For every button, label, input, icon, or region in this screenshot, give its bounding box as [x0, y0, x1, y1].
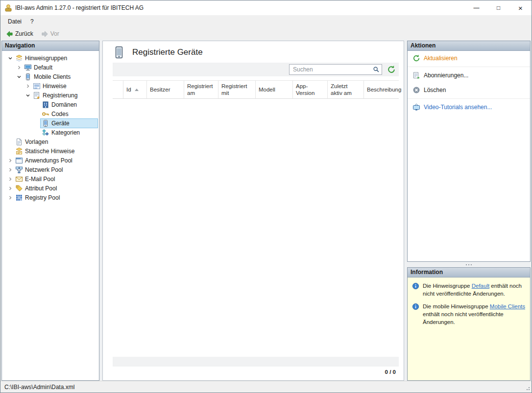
chevron-down-icon[interactable] — [24, 92, 31, 99]
actions-header: Aktionen — [408, 41, 530, 51]
tree-item-geraete[interactable]: Geräte — [2, 118, 99, 128]
title-bar: IBI-aws Admin 1.27.0 - registriert für I… — [0, 0, 532, 15]
refresh-button[interactable] — [387, 65, 396, 74]
information-header: Information — [408, 268, 530, 277]
link-mobile-clients[interactable]: Mobile Clients — [490, 303, 525, 309]
tree-item-hinweisgruppen[interactable]: Hinweisgruppen — [2, 53, 99, 63]
column-beschreibung[interactable]: Beschreibung — [364, 81, 404, 98]
action-abonnierungen[interactable]: Abonnierungen... — [408, 68, 530, 83]
resize-grip-icon[interactable] — [522, 381, 532, 393]
back-label: Zurück — [15, 30, 33, 37]
info-note-default: Die Hinweisgruppe Default enthält noch n… — [412, 282, 526, 298]
tree-item-email-pool[interactable]: E-Mail Pool — [2, 174, 99, 184]
tree-item-domaenen[interactable]: Domänen — [2, 100, 99, 109]
splitter-grip[interactable] — [407, 262, 531, 267]
hints-icon — [33, 82, 41, 90]
tree-item-vorlagen[interactable]: Vorlagen — [2, 137, 99, 146]
action-aktualisieren[interactable]: Aktualisieren — [408, 51, 530, 66]
refresh-icon — [412, 54, 420, 62]
refresh-icon — [387, 65, 396, 74]
chevron-down-icon[interactable] — [7, 55, 14, 62]
categories-icon — [42, 129, 49, 137]
tv-icon — [412, 103, 420, 111]
actions-panel: Aktionen Aktualisieren Abonnierungen... … — [407, 41, 531, 262]
action-loeschen[interactable]: Löschen — [408, 83, 530, 97]
nav-toolbar: Zurück Vor — [0, 28, 532, 40]
status-path: C:\IBI-aws\Admin\Data.xml — [4, 384, 74, 391]
column-selector[interactable] — [113, 81, 123, 98]
navigation-header: Navigation — [2, 41, 99, 51]
back-button[interactable]: Zurück — [2, 29, 37, 39]
navigation-tree: Hinweisgruppen Default Mobile Clients Hi… — [2, 51, 99, 202]
record-count: 0 / 0 — [385, 369, 396, 375]
chevron-right-icon[interactable] — [7, 185, 14, 192]
tree-item-attribut-pool[interactable]: Attribut Pool — [2, 184, 99, 193]
templates-icon — [15, 138, 23, 146]
minimize-button[interactable]: — — [465, 0, 487, 15]
information-panel: Information Die Hinweisgruppe Default en… — [407, 267, 531, 381]
page-title: Registrierte Geräte — [132, 47, 203, 57]
back-arrow-icon — [6, 30, 13, 38]
search-icon[interactable] — [373, 66, 380, 73]
registration-icon — [33, 92, 41, 99]
info-icon — [412, 282, 419, 290]
tree-item-default[interactable]: Default — [2, 63, 99, 72]
tree-item-kategorien[interactable]: Kategorien — [2, 128, 99, 137]
menu-bar: Datei ? — [0, 15, 532, 28]
chevron-right-icon[interactable] — [7, 157, 14, 164]
table-header: Id Besitzer Registriert am Registriert m… — [113, 80, 399, 99]
search-input[interactable] — [289, 64, 382, 75]
tree-item-mobile-clients[interactable]: Mobile Clients — [2, 72, 99, 81]
info-icon — [412, 303, 419, 310]
applications-icon — [15, 157, 23, 164]
status-bar: C:\IBI-aws\Admin\Data.xml — [0, 381, 532, 393]
column-modell[interactable]: Modell — [256, 81, 293, 98]
app-icon — [4, 4, 12, 12]
chevron-right-icon[interactable] — [7, 166, 14, 173]
chevron-right-icon[interactable] — [24, 83, 31, 90]
action-video-tutorials[interactable]: Video-Tutorials ansehen... — [408, 100, 530, 115]
column-app-version[interactable]: App-Version — [293, 81, 328, 98]
column-registriert-am[interactable]: Registriert am — [184, 81, 218, 98]
chevron-right-icon[interactable] — [7, 194, 14, 201]
key-icon — [42, 110, 49, 118]
tree-item-registry-pool[interactable]: Registry Pool — [2, 193, 99, 202]
tree-item-netzwerk-pool[interactable]: Netzwerk Pool — [2, 165, 99, 174]
email-icon — [15, 175, 23, 183]
registry-grid-icon — [15, 194, 23, 202]
tree-item-codes[interactable]: Codes — [2, 109, 99, 118]
separator — [408, 67, 530, 67]
attribute-tag-icon — [15, 185, 23, 192]
tree-item-registrierung[interactable]: Registrierung — [2, 91, 99, 100]
chevron-down-icon[interactable] — [16, 73, 23, 80]
forward-button[interactable]: Vor — [38, 29, 63, 39]
mobile-icon — [24, 73, 32, 81]
computer-icon — [24, 64, 32, 71]
main-panel: Registrierte Geräte Id — [102, 41, 404, 381]
sort-asc-icon — [135, 89, 139, 91]
device-icon — [42, 119, 49, 127]
link-default[interactable]: Default — [472, 283, 489, 289]
device-title-icon — [113, 46, 125, 59]
column-zuletzt-aktiv-am[interactable]: Zuletzt aktiv am — [328, 81, 364, 98]
window-title: IBI-aws Admin 1.27.0 - registriert für I… — [15, 4, 144, 11]
tree-item-anwendungs-pool[interactable]: Anwendungs Pool — [2, 156, 99, 165]
column-besitzer[interactable]: Besitzer — [147, 81, 184, 98]
device-table-body[interactable] — [113, 99, 399, 357]
info-note-mobile-clients: Die mobile Hinweisgruppe Mobile Clients … — [412, 302, 526, 326]
delete-icon — [412, 86, 420, 94]
forward-arrow-icon — [41, 30, 48, 38]
forward-label: Vor — [50, 30, 59, 37]
menu-datei[interactable]: Datei — [3, 16, 26, 27]
close-button[interactable]: × — [509, 0, 532, 15]
chevron-right-icon[interactable] — [16, 64, 23, 71]
separator — [408, 98, 530, 99]
domain-icon — [42, 101, 49, 109]
tree-item-statische-hinweise[interactable]: Statische Hinweise — [2, 146, 99, 156]
tree-item-hinweise[interactable]: Hinweise — [2, 81, 99, 91]
column-id[interactable]: Id — [123, 81, 147, 98]
maximize-button[interactable]: □ — [487, 0, 509, 15]
column-registriert-mit[interactable]: Registriert mit — [218, 81, 256, 98]
menu-help[interactable]: ? — [26, 16, 38, 27]
chevron-right-icon[interactable] — [7, 176, 14, 183]
